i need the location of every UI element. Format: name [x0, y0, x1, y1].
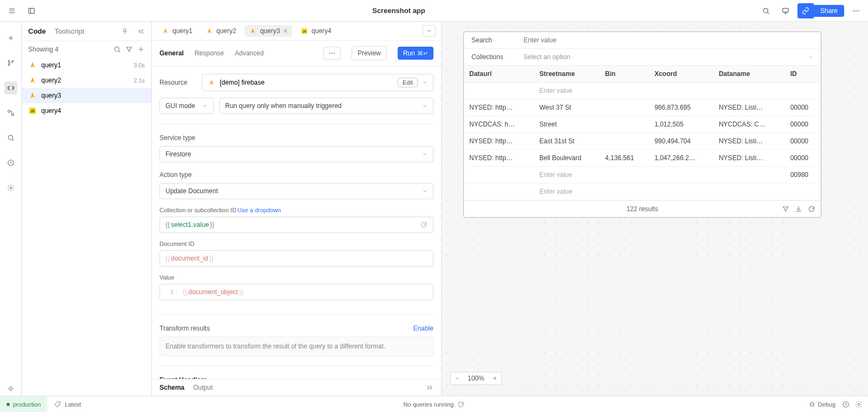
cell[interactable]: 1,047,266.2…	[649, 150, 713, 167]
table-row[interactable]: Enter value	[464, 183, 821, 200]
gui-mode-select[interactable]: GUI mode	[159, 98, 214, 114]
cell[interactable]: East 31st St	[534, 133, 599, 150]
debug-label[interactable]: Debug	[818, 401, 835, 408]
share-button[interactable]: Share	[814, 5, 844, 17]
cell[interactable]: NYSED: http…	[464, 99, 534, 116]
version-badge[interactable]: Latest	[47, 401, 87, 408]
data-table[interactable]: DataurlStreetnameBinXcoordDatanameID Ent…	[464, 66, 821, 200]
cell[interactable]: 986,873.695	[649, 99, 713, 116]
environment-badge[interactable]: production	[0, 396, 47, 412]
search-button[interactable]	[758, 3, 774, 18]
cell[interactable]: 00000	[785, 150, 821, 167]
cell[interactable]: Enter value	[534, 183, 599, 200]
download-icon[interactable]	[795, 205, 802, 213]
editor-tab-query4[interactable]: query4	[296, 25, 336, 37]
service-type-select[interactable]: Firestore	[159, 146, 433, 162]
filter-icon[interactable]	[125, 46, 133, 53]
query-item-query1[interactable]: query13.0s	[22, 58, 151, 73]
cell[interactable]: 00000	[785, 133, 821, 150]
close-tab-button[interactable]: ×	[283, 27, 288, 35]
collections-select[interactable]: Select an option	[524, 53, 813, 61]
collection-id-input[interactable]: {{ select1.value }}	[159, 217, 433, 233]
cell[interactable]	[599, 167, 649, 183]
minimize-button[interactable]	[423, 25, 436, 37]
run-mode-select[interactable]: Run query only when manually triggered	[219, 98, 433, 114]
chevron-up-icon[interactable]	[426, 384, 433, 391]
output-tab[interactable]: Output	[193, 384, 213, 391]
table-row[interactable]: NYSED: http…East 31st St990,494.704NYSED…	[464, 133, 821, 150]
resource-select[interactable]: [demo] firebase Edit	[202, 74, 433, 91]
editor-tab-query3[interactable]: query3×	[245, 25, 292, 37]
rail-ai[interactable]	[4, 383, 17, 396]
cell[interactable]: 4,136,561	[599, 150, 649, 167]
canvas[interactable]: Search Collections Select an option Data…	[442, 22, 868, 387]
panel-toggle-button[interactable]	[24, 3, 39, 18]
cell[interactable]: NYSED: Listi…	[713, 99, 785, 116]
column-header[interactable]: Xcoord	[649, 66, 713, 83]
cell[interactable]: NYSED: http…	[464, 150, 534, 167]
collapse-icon[interactable]	[137, 28, 145, 35]
rail-flow[interactable]	[4, 106, 17, 119]
cell[interactable]: West 37 St	[534, 99, 599, 116]
refresh-icon[interactable]	[457, 401, 464, 408]
table-row[interactable]: NYSED: http…Bell Boulevard4,136,5611,047…	[464, 150, 821, 167]
cell[interactable]: 00980	[785, 167, 821, 183]
cell[interactable]	[649, 167, 713, 183]
column-header[interactable]: Dataurl	[464, 66, 534, 83]
table-row[interactable]: Enter value00980	[464, 167, 821, 183]
zoom-out-button[interactable]: −	[451, 372, 463, 384]
cell[interactable]: 00000	[785, 99, 821, 116]
cell[interactable]	[464, 83, 534, 99]
rail-branch[interactable]	[4, 56, 17, 69]
pin-icon[interactable]	[121, 28, 129, 35]
cell[interactable]	[713, 83, 785, 99]
document-id-input[interactable]: {{ document_id }}	[159, 250, 433, 267]
cell[interactable]	[464, 183, 534, 200]
column-header[interactable]: ID	[785, 66, 821, 83]
editor-more-button[interactable]	[323, 47, 341, 60]
cell[interactable]: NYCDCAS: h…	[464, 116, 534, 133]
query-item-query2[interactable]: query22.1s	[22, 73, 151, 88]
menu-button[interactable]	[4, 3, 20, 18]
query-item-query4[interactable]: query4	[22, 103, 151, 118]
column-header[interactable]: Bin	[599, 66, 649, 83]
cell[interactable]	[649, 83, 713, 99]
rail-add[interactable]	[4, 31, 17, 45]
tab-toolscript[interactable]: Toolscript	[55, 27, 85, 35]
help-icon[interactable]	[855, 401, 863, 408]
enable-transform-link[interactable]: Enable	[413, 325, 433, 332]
rail-code[interactable]	[4, 81, 17, 94]
cell[interactable]	[599, 183, 649, 200]
column-header[interactable]: Streetname	[534, 66, 599, 83]
column-header[interactable]: Dataname	[713, 66, 785, 83]
preview-button[interactable]	[778, 3, 793, 18]
table-component[interactable]: Search Collections Select an option Data…	[463, 31, 821, 218]
rail-search[interactable]	[4, 131, 17, 144]
cell[interactable]	[713, 183, 785, 200]
editor-tab-query1[interactable]: query1	[157, 25, 197, 37]
rail-history[interactable]	[4, 156, 17, 169]
cell[interactable]	[785, 83, 821, 99]
table-row[interactable]: NYCDCAS: h…Street1,012,505NYCDCAS: C…000…	[464, 116, 821, 133]
use-dropdown-link[interactable]: Use a dropdown	[238, 207, 281, 213]
subtab-general[interactable]: General	[159, 49, 184, 57]
table-row[interactable]: NYSED: http…West 37 St986,873.695NYSED: …	[464, 99, 821, 116]
cell[interactable]	[599, 116, 649, 133]
search-icon[interactable]	[113, 46, 121, 53]
filter-icon[interactable]	[782, 205, 789, 213]
run-button[interactable]: Run⌘↵	[398, 47, 433, 60]
search-input[interactable]	[524, 36, 813, 44]
zoom-in-button[interactable]: +	[489, 372, 501, 384]
cell[interactable]: Bell Boulevard	[534, 150, 599, 167]
query-item-query3[interactable]: query3	[22, 88, 151, 103]
subtab-response[interactable]: Response	[195, 49, 224, 57]
cell[interactable]: NYSED: Listi…	[713, 150, 785, 167]
cell[interactable]: 990,494.704	[649, 133, 713, 150]
cell[interactable]	[599, 83, 649, 99]
cell[interactable]: NYSED: Listi…	[713, 133, 785, 150]
copy-link-button[interactable]	[797, 3, 814, 18]
subtab-advanced[interactable]: Advanced	[235, 49, 264, 57]
clock-icon[interactable]	[842, 401, 850, 408]
more-button[interactable]	[848, 3, 864, 18]
expand-icon[interactable]	[420, 221, 427, 229]
